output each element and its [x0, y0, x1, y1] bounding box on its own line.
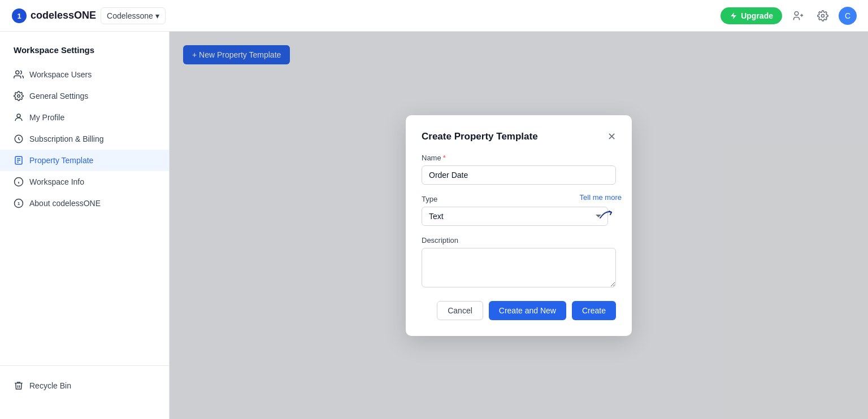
sidebar-label-about: About codelessONE — [29, 199, 101, 208]
settings-button[interactable] — [814, 7, 832, 25]
svg-text:1: 1 — [18, 201, 20, 206]
sidebar: Workspace Settings Workspace Users Gener… — [0, 32, 170, 419]
gear-circle-icon — [14, 91, 24, 101]
modal-close-button[interactable]: ✕ — [607, 132, 616, 142]
sidebar-item-recycle-bin[interactable]: Recycle Bin — [0, 375, 169, 396]
sidebar-label-recycle-bin: Recycle Bin — [29, 381, 71, 390]
modal-overlay: Create Property Template ✕ Name * Type — [170, 32, 868, 419]
sidebar-item-property-template[interactable]: Property Template — [0, 150, 169, 171]
svg-text:1: 1 — [17, 12, 21, 20]
workspace-selector[interactable]: Codelessone ▾ — [101, 7, 166, 24]
name-label: Name * — [422, 154, 616, 162]
profile-icon — [14, 112, 24, 123]
svg-point-8 — [17, 114, 20, 117]
sidebar-item-about[interactable]: 1 About codelessONE — [0, 193, 169, 214]
sidebar-label-subscription-billing: Subscription & Billing — [29, 134, 104, 143]
gear-icon — [817, 10, 828, 21]
avatar-initial: C — [845, 11, 850, 20]
topnav: 1 codelessONE Codelessone ▾ Upgrade C — [0, 0, 868, 32]
name-form-group: Name * — [422, 154, 616, 185]
sidebar-label-workspace-info: Workspace Info — [29, 177, 84, 186]
type-row: Text Number Date Boolean List — [422, 207, 616, 226]
sidebar-label-my-profile: My Profile — [29, 113, 64, 122]
sidebar-label-property-template: Property Template — [29, 156, 93, 165]
codelessone-icon: 1 — [14, 198, 24, 208]
lightning-icon — [730, 12, 737, 20]
tell-me-more-arrow-icon — [596, 206, 616, 221]
users-icon — [14, 69, 24, 80]
description-textarea[interactable] — [422, 248, 616, 287]
sidebar-title: Workspace Settings — [0, 45, 169, 55]
create-and-new-button[interactable]: Create and New — [489, 301, 566, 320]
description-label: Description — [422, 236, 616, 245]
sidebar-label-workspace-users: Workspace Users — [29, 70, 92, 79]
upgrade-button[interactable]: Upgrade — [721, 7, 782, 24]
add-user-button[interactable] — [789, 7, 807, 25]
sidebar-item-subscription-billing[interactable]: Subscription & Billing — [0, 128, 169, 150]
billing-icon — [14, 134, 24, 144]
logo-icon: 1 — [11, 8, 27, 24]
sidebar-item-workspace-users[interactable]: Workspace Users — [0, 64, 169, 85]
main-content: + New Property Template Create Property … — [170, 32, 868, 419]
name-input[interactable] — [422, 165, 616, 185]
template-icon — [14, 155, 24, 165]
svg-point-7 — [18, 95, 20, 98]
person-add-icon — [792, 10, 804, 21]
name-required-indicator: * — [443, 154, 446, 162]
workspace-name: Codelessone — [107, 11, 153, 20]
topnav-left: 1 codelessONE Codelessone ▾ — [11, 7, 166, 24]
modal-footer: Cancel Create and New Create — [422, 301, 616, 320]
sidebar-item-my-profile[interactable]: My Profile — [0, 107, 169, 128]
sidebar-item-general-settings[interactable]: General Settings — [0, 85, 169, 107]
sidebar-bottom: Recycle Bin — [0, 365, 169, 405]
info-icon — [14, 177, 24, 187]
modal-title: Create Property Template — [422, 131, 538, 142]
svg-point-6 — [16, 71, 19, 74]
topnav-right: Upgrade C — [721, 7, 857, 25]
avatar-button[interactable]: C — [839, 7, 857, 25]
sidebar-item-workspace-info[interactable]: Workspace Info — [0, 171, 169, 193]
layout: Workspace Settings Workspace Users Gener… — [0, 0, 868, 419]
create-property-template-modal: Create Property Template ✕ Name * Type — [406, 115, 632, 336]
svg-point-2 — [795, 11, 798, 15]
chevron-down-icon: ▾ — [155, 11, 159, 20]
recycle-icon — [14, 381, 24, 391]
create-button[interactable]: Create — [572, 301, 616, 320]
logo: 1 codelessONE — [11, 8, 96, 24]
tell-me-more-link[interactable]: Tell me more — [580, 193, 622, 202]
cancel-button[interactable]: Cancel — [437, 301, 483, 320]
description-form-group: Description — [422, 236, 616, 290]
logo-text: codelessONE — [31, 10, 96, 21]
type-select[interactable]: Text Number Date Boolean List — [422, 207, 608, 226]
sidebar-label-general-settings: General Settings — [29, 91, 88, 101]
svg-point-5 — [822, 14, 824, 17]
type-form-group: Type Text Number Date Boolean List — [422, 195, 616, 226]
modal-header: Create Property Template ✕ — [422, 131, 616, 142]
type-wrapper: Text Number Date Boolean List — [422, 207, 608, 226]
